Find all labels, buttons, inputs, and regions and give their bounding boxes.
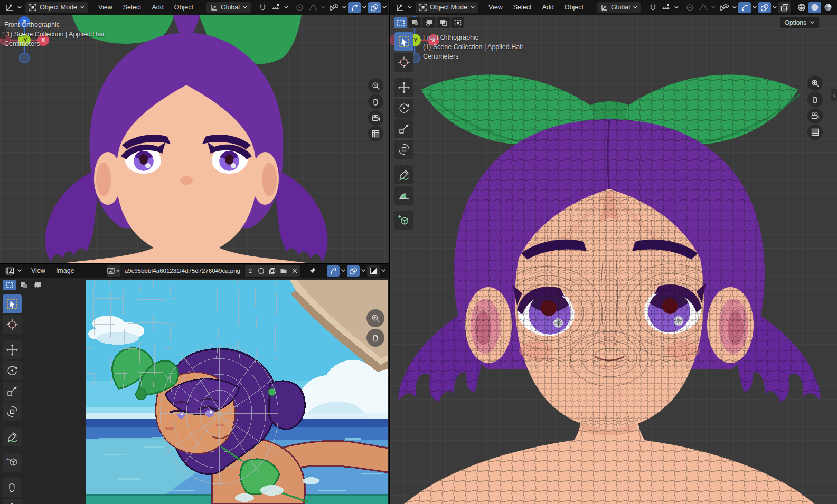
snap-toggle[interactable] [256,2,269,13]
snap-with-dropdown[interactable] [270,2,283,13]
menu-select[interactable]: Select [118,2,146,13]
relax-tool[interactable] [3,499,22,504]
orthographic-toggle-button[interactable] [368,126,383,141]
select-mode-set[interactable] [394,17,407,28]
chevron-down-icon [284,6,289,9]
editor-type-button[interactable] [3,265,16,277]
select-mode-extend[interactable] [17,280,30,290]
sidebar-toggle-tab[interactable]: ‹ [831,89,837,101]
menu-select[interactable]: Select [509,2,537,13]
editor-type-button[interactable] [393,2,406,13]
move-tool[interactable] [394,78,413,97]
scale-tool[interactable] [394,119,413,138]
new-image-button[interactable] [267,265,278,277]
pan-button[interactable] [807,92,823,107]
display-channels-dropdown[interactable] [367,265,380,277]
shading-wireframe-button[interactable] [795,2,808,13]
show-overlays-toggle[interactable] [758,2,771,13]
mode-dropdown[interactable]: Object Mode [25,2,88,13]
image-name-field[interactable]: a9c95bbbf4a601231f4d75d7276049ca.png [120,265,244,277]
cursor-tool[interactable] [394,53,413,72]
chevron-down-icon [471,6,475,9]
select-mode-invert[interactable] [437,17,450,28]
zoom-button[interactable] [366,309,384,327]
browse-image-button[interactable] [107,265,120,277]
pan-button[interactable] [368,94,383,109]
users-count-button[interactable]: 2 [245,265,256,277]
zoom-button[interactable] [807,75,823,91]
menu-view[interactable]: View [484,2,507,13]
show-gizmo-toggle[interactable] [738,2,751,13]
viewport-left-canvas[interactable]: Front Orthographic (1) Scene Collection … [0,15,389,263]
measure-tool[interactable] [394,186,413,205]
cursor-tool[interactable] [3,315,22,334]
options-dropdown[interactable]: Options [780,17,819,28]
show-overlays-toggle[interactable] [347,265,360,277]
proportional-falloff-dropdown[interactable] [697,2,710,13]
transform-tool[interactable] [3,402,22,421]
visibility-dropdown[interactable] [328,2,341,13]
move-tool[interactable] [3,340,22,359]
show-gizmo-toggle[interactable] [348,2,361,13]
orthographic-toggle-button[interactable] [807,125,823,140]
falloff-curve-icon [309,4,317,11]
menu-image[interactable]: Image [51,265,79,276]
shading-material-button[interactable] [822,2,834,13]
editor-type-button[interactable] [3,2,16,13]
annotate-tool[interactable] [394,165,413,184]
xray-toggle[interactable] [778,2,791,13]
select-mode-buttons [3,280,44,290]
proportional-falloff-dropdown[interactable] [307,2,319,13]
grab-tool[interactable] [3,478,22,497]
camera-view-button[interactable] [807,108,823,123]
unlink-image-button[interactable] [289,265,300,277]
select-mode-subtract[interactable] [31,280,44,290]
camera-view-button[interactable] [368,110,383,126]
viewport-right-canvas[interactable]: Options Front Orthographic (1) Scene Col… [390,15,837,504]
proportional-editing-toggle[interactable] [293,2,306,13]
toolbar-toggle-tab[interactable]: ‹ [0,26,6,39]
rotate-tool[interactable] [394,99,413,118]
pointer-eye-icon [330,4,339,12]
select-mode-intersect[interactable] [451,17,464,28]
select-box-tool[interactable] [394,32,413,51]
select-mode-subtract[interactable] [422,17,436,28]
chevron-down-icon [80,6,84,9]
snap-with-dropdown[interactable] [660,2,673,13]
xray-toggle[interactable] [388,2,389,13]
orientation-dropdown[interactable]: Global [206,2,251,13]
select-mode-set[interactable] [3,280,16,290]
snap-toggle[interactable] [646,2,659,13]
menu-view[interactable]: View [93,2,117,13]
show-gizmo-toggle[interactable] [327,265,340,277]
open-image-button[interactable] [278,265,289,277]
orientation-dropdown[interactable]: Global [597,2,641,13]
rotate-tool[interactable] [3,361,22,380]
fake-user-button[interactable] [256,265,267,277]
mode-dropdown[interactable]: Object Mode [416,2,478,13]
menu-add[interactable]: Add [538,2,559,13]
select-mode-extend[interactable] [408,17,421,28]
annotate-tool[interactable] [3,427,22,446]
axes-icon [600,4,608,11]
scale-tool[interactable] [3,382,22,401]
visibility-dropdown[interactable] [718,2,731,13]
image-editor-canvas[interactable] [0,278,389,504]
pan-button[interactable] [366,329,384,347]
proportional-editing-toggle[interactable] [683,2,696,13]
pin-image-button[interactable] [306,265,319,277]
select-box-tool[interactable] [3,294,22,313]
transform-tool[interactable] [394,140,413,159]
show-overlays-toggle[interactable] [368,2,381,13]
rip-region-tool[interactable] [3,453,22,472]
zoom-button[interactable] [368,78,383,93]
menu-object[interactable]: Object [170,2,198,13]
menu-object[interactable]: Object [560,2,588,13]
shading-rendered-button[interactable] [835,2,837,13]
shading-solid-button[interactable] [808,2,821,13]
menu-view[interactable]: View [26,265,50,276]
add-cube-tool[interactable] [394,211,413,230]
menu-add[interactable]: Add [147,2,168,13]
select-mode-buttons [394,17,464,28]
orientation-label: Global [221,4,240,11]
